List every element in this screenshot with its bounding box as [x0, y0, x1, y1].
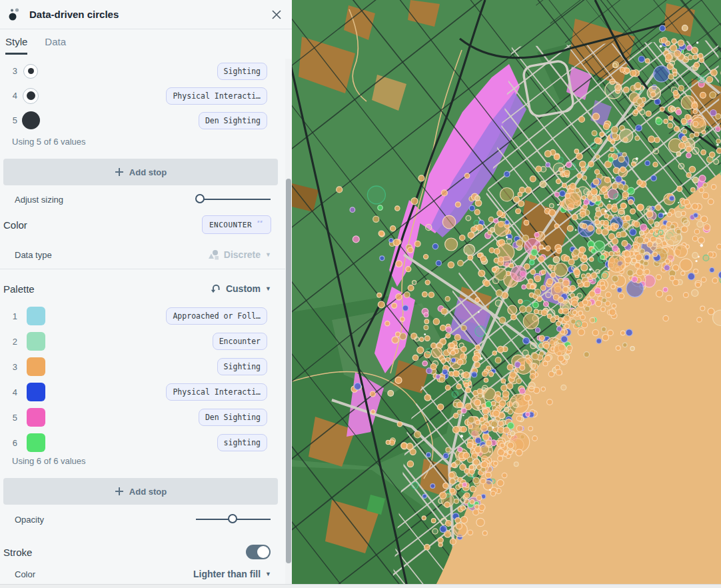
- stop-value-badge[interactable]: Sighting: [217, 63, 267, 80]
- data-type-dropdown[interactable]: Discrete ▼: [208, 249, 271, 261]
- size-stop-row[interactable]: 3 Sighting: [0, 59, 285, 83]
- palette-value-badge[interactable]: Physical Interacti…: [166, 383, 267, 401]
- color-section-label: Color: [3, 219, 27, 231]
- color-swatch[interactable]: [27, 383, 45, 401]
- stop-value-badge[interactable]: Physical Interacti…: [166, 87, 267, 105]
- opacity-row: Opacity: [0, 509, 285, 530]
- window-bottom-strip: [0, 584, 721, 588]
- quote-icon: “: [257, 221, 264, 229]
- panel-title: Data-driven circles: [29, 9, 269, 20]
- palette-row[interactable]: 5 Den Sighting: [0, 405, 285, 430]
- stop-value-badge[interactable]: Den Sighting: [199, 112, 267, 129]
- adjust-sizing-row: Adjust sizing: [0, 189, 285, 210]
- palette-row[interactable]: 1 Approached or Foll…: [0, 303, 285, 329]
- data-type-row: Data type Discrete ▼: [0, 245, 285, 264]
- stroke-color-dropdown[interactable]: Lighter than fill ▼: [193, 569, 271, 579]
- adjust-sizing-slider[interactable]: [196, 194, 271, 205]
- stroke-color-label: Color: [15, 569, 35, 579]
- palette-value-badge[interactable]: Approached or Foll…: [166, 307, 267, 325]
- palette-value-badge[interactable]: sighting: [217, 434, 267, 451]
- data-type-label: Data type: [15, 250, 52, 260]
- add-stop-button[interactable]: Add stop: [3, 159, 278, 185]
- slider-thumb[interactable]: [228, 514, 237, 523]
- chevron-down-icon: ▼: [265, 571, 271, 577]
- stroke-section-label: Stroke: [3, 547, 32, 558]
- style-panel: Data-driven circles Style Data 3 Sightin…: [0, 0, 292, 588]
- palette-row[interactable]: 2 Encounter: [0, 329, 285, 354]
- color-swatch[interactable]: [27, 433, 45, 452]
- palette-value-badge[interactable]: Encounter: [213, 333, 267, 350]
- adjust-sizing-label: Adjust sizing: [15, 195, 63, 205]
- palette-row[interactable]: 3 Sighting: [0, 354, 285, 379]
- opacity-label: Opacity: [15, 515, 44, 525]
- slider-thumb[interactable]: [195, 194, 205, 203]
- opacity-slider[interactable]: [196, 514, 271, 525]
- color-section-row: Color ENCOUNTER “: [0, 215, 285, 235]
- size-stop-circle[interactable]: [23, 88, 39, 104]
- palette-row[interactable]: 6 sighting: [0, 430, 285, 455]
- discrete-shapes-icon: [208, 249, 219, 261]
- palette-header-row: Palette Custom ▼: [0, 279, 285, 299]
- panel-header: Data-driven circles: [0, 0, 292, 29]
- stroke-toggle[interactable]: [246, 545, 271, 559]
- color-field-button[interactable]: ENCOUNTER “: [202, 215, 271, 234]
- map-canvas[interactable]: [292, 0, 721, 588]
- stop-index: 5: [0, 115, 17, 125]
- palette-value-badge[interactable]: Den Sighting: [199, 409, 267, 426]
- stroke-row: Stroke: [0, 541, 285, 563]
- mapbox-style-editor: Data-driven circles Style Data 3 Sightin…: [0, 0, 721, 588]
- chevron-down-icon: ▼: [265, 251, 271, 258]
- stop-index: 3: [0, 66, 17, 76]
- panel-scrollbar-thumb[interactable]: [286, 179, 291, 563]
- size-stop-row[interactable]: 5 Den Sighting: [0, 108, 285, 133]
- palette-dropdown[interactable]: Custom ▼: [211, 283, 271, 294]
- color-swatch[interactable]: [27, 307, 45, 325]
- plus-icon: [115, 167, 124, 177]
- size-stop-circle[interactable]: [22, 111, 40, 129]
- reset-arrow-icon: [211, 283, 221, 294]
- add-stop-button[interactable]: Add stop: [3, 478, 278, 505]
- tab-data[interactable]: Data: [45, 36, 66, 55]
- color-swatch[interactable]: [27, 408, 45, 427]
- chevron-down-icon: ▼: [265, 285, 271, 292]
- color-swatch[interactable]: [27, 357, 45, 376]
- size-usage-text: Using 5 of 6 values: [12, 137, 86, 147]
- stroke-color-row: Color Lighter than fill ▼: [0, 565, 285, 583]
- stop-index: 4: [0, 91, 17, 101]
- data-driven-circles-icon: [8, 7, 23, 22]
- palette-value-badge[interactable]: Sighting: [217, 358, 267, 375]
- palette-usage-text: Using 6 of 6 values: [12, 456, 86, 466]
- close-icon[interactable]: [269, 7, 284, 22]
- panel-tabs: Style Data: [5, 36, 66, 55]
- size-stop-row[interactable]: 4 Physical Interacti…: [0, 83, 285, 108]
- plus-icon: [115, 487, 124, 496]
- size-stop-circle[interactable]: [23, 64, 38, 79]
- palette-row[interactable]: 4 Physical Interacti…: [0, 379, 285, 405]
- color-swatch[interactable]: [27, 332, 45, 351]
- tab-style[interactable]: Style: [5, 36, 27, 55]
- divider: [0, 269, 285, 269]
- palette-section-label: Palette: [3, 283, 35, 295]
